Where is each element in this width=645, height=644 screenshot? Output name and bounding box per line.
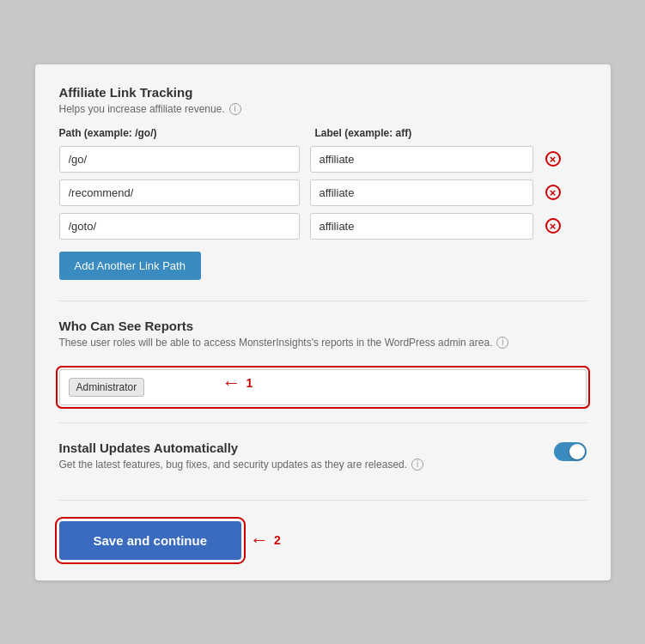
remove-row-3-button[interactable]: × bbox=[544, 218, 563, 234]
save-continue-button[interactable]: Save and continue bbox=[59, 521, 242, 560]
settings-panel: Affiliate Link Tracking Helps you increa… bbox=[35, 64, 611, 580]
remove-row-3-icon: × bbox=[545, 218, 561, 234]
affiliate-section-desc: Helps you increase affiliate revenue. i bbox=[59, 103, 587, 115]
reports-info-icon[interactable]: i bbox=[496, 337, 508, 349]
toggle-knob bbox=[569, 444, 585, 459]
path-input-2[interactable] bbox=[59, 179, 300, 206]
path-header: Path (example: /go/) bbox=[59, 127, 300, 139]
updates-left: Install Updates Automatically Get the la… bbox=[59, 440, 554, 483]
auto-updates-toggle[interactable] bbox=[554, 442, 587, 461]
reports-section-title: Who Can See Reports bbox=[59, 319, 587, 333]
path-input-1[interactable] bbox=[59, 146, 300, 173]
remove-row-2-icon: × bbox=[545, 185, 561, 200]
updates-section: Install Updates Automatically Get the la… bbox=[59, 440, 587, 483]
affiliate-info-icon[interactable]: i bbox=[229, 103, 241, 115]
updates-section-title: Install Updates Automatically bbox=[59, 440, 554, 455]
label-input-1[interactable] bbox=[310, 146, 533, 173]
updates-section-desc: Get the latest features, bug fixes, and … bbox=[59, 459, 554, 471]
add-link-path-button[interactable]: Add Another Link Path bbox=[59, 252, 201, 280]
role-tag-administrator: Administrator bbox=[69, 378, 145, 397]
save-section: Save and continue ← 2 bbox=[59, 521, 587, 560]
roles-box[interactable]: Administrator bbox=[59, 369, 587, 405]
link-row-3: × bbox=[59, 213, 587, 240]
affiliate-section: Affiliate Link Tracking Helps you increa… bbox=[59, 85, 587, 283]
updates-info-icon[interactable]: i bbox=[411, 459, 423, 471]
link-row-1: × bbox=[59, 146, 587, 173]
path-input-3[interactable] bbox=[59, 213, 300, 240]
remove-row-1-button[interactable]: × bbox=[544, 151, 563, 167]
label-input-2[interactable] bbox=[310, 179, 533, 206]
roles-annotation-wrapper: Administrator ← 1 bbox=[59, 361, 587, 405]
annotation-arrow-2: ← 2 bbox=[250, 531, 281, 550]
reports-section-desc: These user roles will be able to access … bbox=[59, 337, 587, 349]
label-header: Label (example: aff) bbox=[315, 127, 539, 139]
affiliate-section-title: Affiliate Link Tracking bbox=[59, 85, 587, 100]
save-btn-wrapper: Save and continue ← 2 bbox=[59, 521, 242, 560]
reports-section: Who Can See Reports These user roles wil… bbox=[59, 319, 587, 405]
updates-row: Install Updates Automatically Get the la… bbox=[59, 440, 587, 483]
remove-row-2-button[interactable]: × bbox=[544, 185, 563, 200]
field-headers: Path (example: /go/) Label (example: aff… bbox=[59, 127, 587, 139]
label-input-3[interactable] bbox=[310, 213, 533, 240]
link-row-2: × bbox=[59, 179, 587, 206]
remove-row-1-icon: × bbox=[545, 151, 561, 167]
